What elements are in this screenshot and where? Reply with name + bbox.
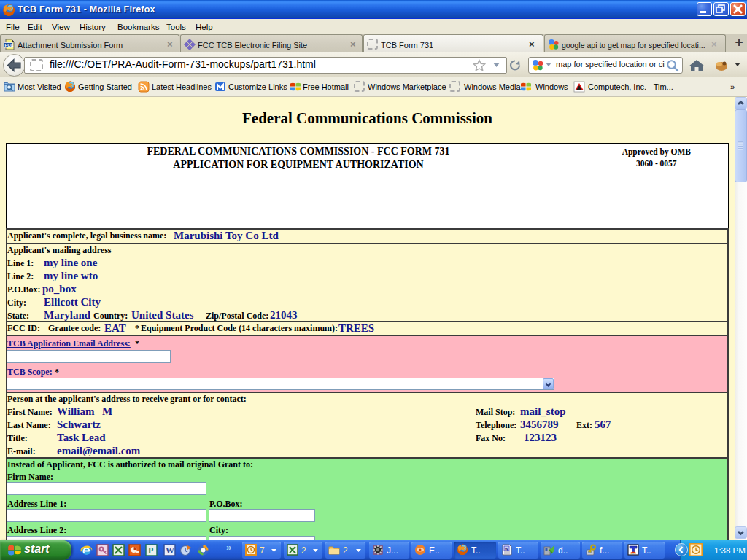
svg-text:W: W — [166, 545, 174, 556]
svg-text:FCC: FCC — [5, 43, 15, 47]
svg-text:P: P — [148, 545, 153, 556]
svg-text:W: W — [505, 547, 509, 551]
